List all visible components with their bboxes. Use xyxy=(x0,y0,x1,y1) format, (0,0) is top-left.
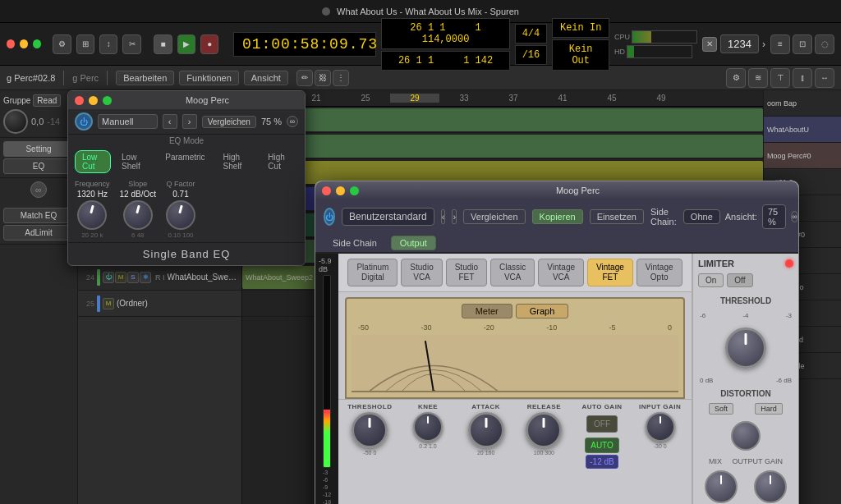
pencil-btn[interactable]: ✏ xyxy=(296,70,313,86)
layout-btn[interactable]: ⊞ xyxy=(76,34,94,54)
eq-q-knob[interactable] xyxy=(166,200,195,230)
comp-ansicht-dropdown[interactable]: 75 % xyxy=(762,204,786,229)
bearbeiten-btn[interactable]: Bearbeiten xyxy=(116,71,174,85)
comp-max-btn[interactable] xyxy=(350,186,359,195)
eq-band-tab-parametric[interactable]: Parametric xyxy=(158,150,212,173)
link-icon[interactable]: ∞ xyxy=(30,181,47,198)
comp-sidechain-tab[interactable]: Side Chain xyxy=(324,236,386,250)
comp-copy-btn[interactable]: Kopieren xyxy=(532,209,583,224)
eq-slope-knob[interactable] xyxy=(123,200,153,230)
comp-type-platinum[interactable]: PlatinumDigital xyxy=(347,259,398,286)
align-btn[interactable]: ⊤ xyxy=(770,68,790,88)
comp-auto-btn[interactable]: AUTO xyxy=(585,438,619,453)
track-block[interactable]: Choir M xyxy=(242,135,763,158)
power-btn[interactable]: ⏻ xyxy=(103,272,114,283)
comp-threshold-knob[interactable] xyxy=(352,412,388,448)
comp-type-vintage-vca[interactable]: VintageVCA xyxy=(538,259,584,286)
eq-band-tab-lowshelf[interactable]: Low Shelf xyxy=(114,150,154,173)
mute-btn[interactable]: M xyxy=(103,298,114,309)
play-button[interactable]: ▶ xyxy=(177,34,195,54)
link-btn[interactable]: ⛓ xyxy=(315,70,331,86)
gear2-btn[interactable]: ⚙ xyxy=(726,68,746,88)
eq-power-btn[interactable]: ⏻ xyxy=(75,112,93,131)
comp-min-btn[interactable] xyxy=(336,186,345,195)
comp-right-threshold-knob[interactable] xyxy=(725,328,766,369)
comp-mix-knob[interactable] xyxy=(705,470,738,503)
left-sidebar: Gruppe Read 0,0 -14 Setting EQ ∞ Match E… xyxy=(0,90,78,504)
eq-min-btn[interactable] xyxy=(89,96,98,105)
comp-hard-btn[interactable]: Hard xyxy=(755,403,783,415)
comp-soft-btn[interactable]: Soft xyxy=(709,403,733,415)
eq-nav-prev[interactable]: ‹ xyxy=(163,114,177,129)
comp-type-studio-fet[interactable]: StudioFET xyxy=(446,259,487,286)
list-btn[interactable]: ≡ xyxy=(770,34,790,54)
comp-off-btn[interactable]: Off xyxy=(727,273,752,287)
stop-button[interactable]: ■ xyxy=(154,34,172,54)
group-btn[interactable]: Read xyxy=(33,94,61,107)
comp-close-btn[interactable] xyxy=(322,186,331,195)
mixer-btn[interactable]: ↕ xyxy=(99,34,117,54)
eq-band-tab-lowcut[interactable]: Low Cut xyxy=(75,150,111,173)
ad-limit-btn[interactable]: AdLimit xyxy=(3,225,74,241)
arrows-btn[interactable]: ↔ xyxy=(815,68,834,88)
scissors-btn[interactable]: ✂ xyxy=(122,34,140,54)
comp-db12-btn[interactable]: -12 dB xyxy=(586,455,618,469)
comp-type-studio-vca[interactable]: StudioVCA xyxy=(401,259,442,286)
eq-btn[interactable]: EQ xyxy=(3,158,74,174)
eq-compare-btn[interactable]: Vergleichen xyxy=(202,116,256,128)
comp-type-classic-vca[interactable]: ClassicVCA xyxy=(490,259,535,286)
grid-btn[interactable]: ⊡ xyxy=(793,34,812,54)
eq-nav-next[interactable]: › xyxy=(182,114,197,129)
freeze-btn[interactable]: ❄ xyxy=(140,272,151,283)
eq-link-btn[interactable]: ∞ xyxy=(287,116,298,127)
comp-type-vintage-fet[interactable]: VintageFET xyxy=(587,259,633,286)
comp-output-tab[interactable]: Output xyxy=(391,236,436,250)
win-close[interactable] xyxy=(7,39,15,48)
comp-nav-prev[interactable]: ‹ xyxy=(441,209,446,224)
comp-on-btn[interactable]: On xyxy=(698,273,724,287)
settings-btn[interactable]: ⚙ xyxy=(53,34,71,54)
comp-knee-knob[interactable] xyxy=(413,412,443,442)
comp-input-gain-label: -5.9 dB xyxy=(319,257,335,273)
eq-preset-dropdown[interactable]: Manuell xyxy=(98,114,158,129)
comp-preset-dropdown[interactable]: Benutzerstandard xyxy=(342,208,434,226)
comp-meter-tab[interactable]: Meter xyxy=(462,304,512,318)
eq-band-tab-highshelf[interactable]: High Shelf xyxy=(216,150,258,173)
match-eq-btn[interactable]: Match EQ xyxy=(3,208,74,223)
wave2-btn[interactable]: ≋ xyxy=(748,68,768,88)
eq-freq-knob[interactable] xyxy=(77,200,107,230)
comp-compare-btn[interactable]: Vergleichen xyxy=(463,209,526,224)
wave-btn[interactable]: ◌ xyxy=(815,34,834,54)
eq-close-btn[interactable] xyxy=(75,96,84,105)
comp-paste-btn[interactable]: Einsetzen xyxy=(590,209,644,224)
comp-link-btn[interactable]: ∞ xyxy=(791,211,798,222)
mute-btn[interactable]: M xyxy=(115,272,126,283)
volume-knob[interactable] xyxy=(3,109,28,134)
comp-right-db-row: 0 dB -6 dB xyxy=(698,377,793,384)
ansicht-btn[interactable]: Ansicht xyxy=(244,71,288,85)
track-block[interactable]: Choir F xyxy=(242,108,763,131)
cols-btn[interactable]: ⫿ xyxy=(793,68,812,88)
eq-max-btn[interactable] xyxy=(103,96,112,105)
comp-attack-knob[interactable] xyxy=(468,412,504,448)
comp-graph-tab[interactable]: Graph xyxy=(516,304,569,318)
comp-input-gain-knob[interactable] xyxy=(646,412,675,442)
setting-btn[interactable]: Setting xyxy=(3,141,74,157)
funktionen-btn[interactable]: Funktionen xyxy=(179,71,238,85)
comp-output-gain-knob[interactable] xyxy=(754,470,787,503)
arrow-right[interactable]: › xyxy=(762,39,765,50)
x-btn[interactable]: ✕ xyxy=(702,37,717,52)
comp-release-knob[interactable] xyxy=(526,412,562,448)
solo-btn[interactable]: S xyxy=(127,272,139,283)
win-min[interactable] xyxy=(20,39,28,48)
comp-sidechain-dropdown[interactable]: Ohne xyxy=(683,209,720,224)
comp-distortion-knob[interactable] xyxy=(731,421,761,451)
comp-off-indicator[interactable]: OFF xyxy=(586,415,618,433)
comp-nav-next[interactable]: › xyxy=(452,209,457,224)
snap-btn[interactable]: ⋮ xyxy=(333,70,349,86)
comp-power-btn[interactable]: ⏻ xyxy=(324,208,335,226)
eq-band-tab-highcut[interactable]: High Cut xyxy=(260,150,298,173)
record-button[interactable]: ● xyxy=(200,34,218,54)
comp-type-vintage-opto[interactable]: VintageOpto xyxy=(636,259,682,286)
win-max[interactable] xyxy=(33,39,41,48)
